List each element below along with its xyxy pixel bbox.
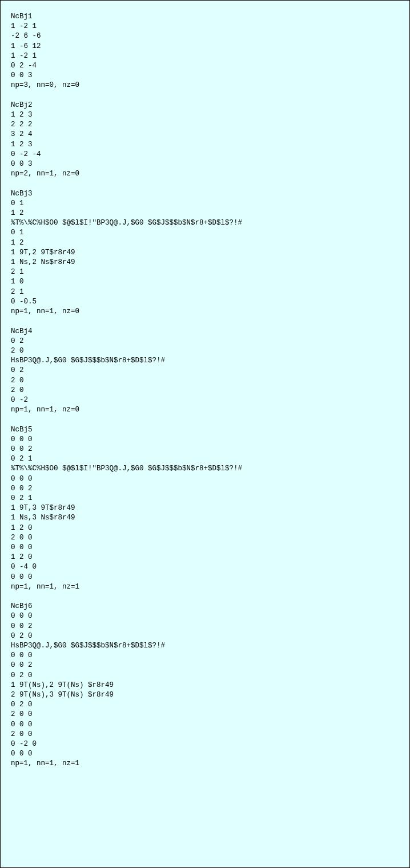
output-text: NcBj1 1 -2 1 -2 6 -6 1 -6 12 1 -2 1 0 2 … xyxy=(11,13,242,767)
code-output-page: NcBj1 1 -2 1 -2 6 -6 1 -6 12 1 -2 1 0 2 … xyxy=(0,0,410,868)
